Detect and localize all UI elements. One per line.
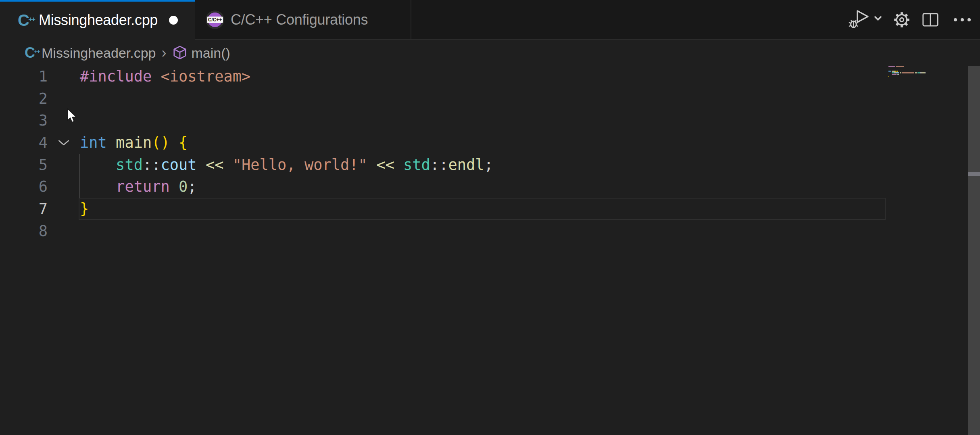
cpp-extension-badge: C/C++: [207, 17, 223, 23]
line-number[interactable]: 2: [0, 90, 48, 107]
minimap-line: [888, 71, 968, 72]
settings-button[interactable]: [887, 10, 916, 29]
line-number[interactable]: 7: [0, 200, 48, 218]
minimap-line: [888, 76, 968, 77]
chevron-right-icon: ›: [162, 44, 167, 61]
code-text: int main() {: [80, 134, 188, 151]
minimap-line: [888, 74, 968, 75]
minimap-line: [888, 72, 968, 73]
editor-code-area[interactable]: 1#include <iostream>234int main() {5 std…: [0, 65, 980, 242]
split-editor-button[interactable]: [916, 13, 945, 27]
line-number[interactable]: 4: [0, 134, 48, 151]
code-line-6[interactable]: 6 return 0;: [0, 176, 980, 198]
gear-icon: [892, 10, 911, 29]
run-or-debug-button[interactable]: [847, 9, 887, 30]
breadcrumb-item-symbol[interactable]: main(): [172, 45, 230, 61]
modified-dot-icon[interactable]: [169, 16, 178, 25]
cpp-file-icon: C ++: [18, 11, 31, 29]
fold-chevron-icon[interactable]: [48, 139, 80, 146]
breadcrumb: C ++ Missingheader.cpp › main(): [0, 40, 980, 65]
tab-label: Missingheader.cpp: [39, 12, 158, 29]
tab-label: C/C++ Configurations: [231, 11, 368, 28]
tabbar-bottom-border: [195, 39, 980, 40]
cpp-file-icon: C ++: [25, 45, 37, 61]
code-line-1[interactable]: 1#include <iostream>: [0, 65, 980, 88]
breadcrumb-symbol-label: main(): [192, 45, 230, 61]
editor-actions: [847, 0, 980, 39]
vscode-editor-window: C ++ Missingheader.cpp C/C++ C/C++ Confi…: [0, 0, 980, 435]
minimap[interactable]: [888, 66, 968, 90]
more-actions-button[interactable]: [945, 17, 980, 22]
breadcrumb-item-file[interactable]: C ++ Missingheader.cpp: [25, 45, 156, 61]
scrollbar[interactable]: [968, 66, 980, 435]
code-line-7[interactable]: 7}: [0, 198, 980, 220]
code-line-4[interactable]: 4int main() {: [0, 132, 980, 154]
line-number[interactable]: 5: [0, 156, 48, 174]
split-editor-icon: [922, 13, 938, 27]
symbol-method-icon: [172, 45, 188, 61]
cpp-icon-plus: ++: [28, 15, 35, 23]
code-text: return 0;: [80, 178, 197, 195]
line-number[interactable]: 3: [0, 112, 48, 129]
code-text: std::cout << "Hello, world!" << std::end…: [80, 156, 493, 174]
scrollbar-slider[interactable]: [968, 172, 980, 176]
code-line-3[interactable]: 3: [0, 109, 980, 132]
active-tab-indicator: [0, 0, 195, 2]
tab-missingheader[interactable]: C ++ Missingheader.cpp: [0, 0, 195, 40]
breadcrumb-file-label: Missingheader.cpp: [42, 45, 156, 61]
tab-bar: C ++ Missingheader.cpp C/C++ C/C++ Confi…: [0, 0, 980, 39]
cpp-icon-letter: C: [18, 11, 29, 29]
debug-run-icon: [849, 9, 886, 30]
ellipsis-icon: [953, 17, 972, 22]
tab-cpp-configurations[interactable]: C/C++ C/C++ Configurations: [195, 0, 411, 39]
line-number[interactable]: 1: [0, 68, 48, 85]
line-number[interactable]: 6: [0, 178, 48, 195]
code-text: #include <iostream>: [80, 68, 250, 85]
cpp-extension-icon: C/C++: [206, 10, 224, 29]
code-line-8[interactable]: 8: [0, 220, 980, 242]
line-number[interactable]: 8: [0, 222, 48, 240]
minimap-line: [888, 66, 968, 67]
code-line-2[interactable]: 2: [0, 88, 980, 110]
current-line-highlight: [79, 198, 886, 220]
code-text: }: [80, 200, 89, 218]
code-line-5[interactable]: 5 std::cout << "Hello, world!" << std::e…: [0, 154, 980, 176]
